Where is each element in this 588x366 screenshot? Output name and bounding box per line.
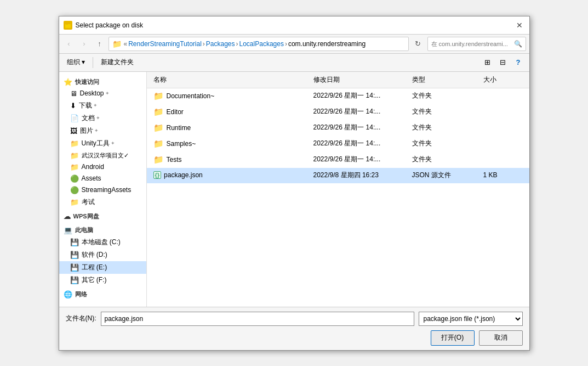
wuhan-icon: 📁: [70, 151, 79, 160]
file-name-docs: 📁 Documentation~: [151, 90, 311, 102]
sidebar-item-assets[interactable]: 🟢 Assets: [59, 173, 146, 184]
file-row-package-json[interactable]: {} package.json 2022/9/8 星期四 16:23 JSON …: [147, 168, 529, 183]
title-bar: Select package on disk ✕: [59, 16, 529, 35]
nav-bar: ‹ › ↑ 📁 « RenderStreamingTutorial › Pack…: [59, 35, 529, 54]
open-button[interactable]: 打开(O): [431, 330, 475, 346]
toolbar-separator: [93, 57, 93, 68]
sidebar-item-android[interactable]: 📁 Android: [59, 161, 146, 173]
file-name-runtime: 📁 Runtime: [151, 122, 311, 134]
col-modified[interactable]: 修改日期: [311, 74, 410, 86]
quick-access-icon: ⭐: [64, 78, 72, 86]
filename-label: 文件名(N):: [66, 314, 96, 323]
quick-access-label: 快速访问: [75, 78, 99, 86]
sidebar-item-unity-tools-label: Unity工具: [82, 139, 110, 148]
view-pane-button[interactable]: ⊟: [496, 56, 510, 69]
this-pc-header[interactable]: 💻 此电脑: [59, 224, 146, 236]
sidebar-item-e-drive[interactable]: 💾 工程 (E:): [59, 261, 146, 274]
sidebar-item-downloads-label: 下载: [79, 101, 92, 110]
breadcrumb-item-2[interactable]: LocalPackages: [239, 40, 284, 48]
sidebar-item-docs-label: 文档: [82, 114, 95, 123]
breadcrumb-item-1[interactable]: Packages: [206, 40, 235, 48]
breadcrumb-sep-1: ›: [203, 40, 205, 48]
sidebar-item-android-label: Android: [82, 163, 104, 171]
sidebar-item-wuhan-label: 武汉汉华项目文✓: [82, 151, 129, 160]
this-pc-group: 💻 此电脑 💾 本地磁盘 (C:) 💾 软件 (D:) 💾 工程 (E:) 💾: [59, 224, 146, 286]
sidebar-item-kaoshi[interactable]: 📁 考试: [59, 196, 146, 209]
file-row-tests[interactable]: 📁 Tests 2022/9/26 星期一 14:... 文件夹: [147, 152, 529, 168]
wps-header[interactable]: ☁ WPS网盘: [59, 211, 146, 222]
col-type[interactable]: 类型: [410, 74, 481, 86]
sidebar-item-wuhan[interactable]: 📁 武汉汉华项目文✓: [59, 150, 146, 161]
breadcrumb-bar: 📁 « RenderStreamingTutorial › Packages ›…: [109, 37, 409, 51]
sidebar-item-c-drive[interactable]: 💾 本地磁盘 (C:): [59, 236, 146, 249]
breadcrumb-sep-0: «: [124, 40, 128, 48]
sidebar-item-assets-label: Assets: [82, 174, 101, 182]
this-pc-icon: 💻: [64, 226, 72, 234]
sidebar-item-downloads[interactable]: ⬇ 下载 ✦: [59, 99, 146, 112]
svg-rect-1: [65, 24, 71, 28]
file-row-docs[interactable]: 📁 Documentation~ 2022/9/26 星期一 14:... 文件…: [147, 88, 529, 104]
folder-icon-runtime: 📁: [153, 123, 164, 133]
quick-access-group: ⭐ 快速访问 🖥 Desktop ✦ ⬇ 下载 ✦ 📄 文档 ✦: [59, 76, 146, 209]
breadcrumb-sep-3: ›: [285, 40, 287, 48]
file-name-editor: 📁 Editor: [151, 106, 311, 118]
network-header[interactable]: 🌐 网络: [59, 289, 146, 300]
json-file-icon: {}: [153, 171, 162, 179]
wps-label: WPS网盘: [73, 212, 99, 221]
sidebar-item-streaming[interactable]: 🟢 StreamingAssets: [59, 184, 146, 196]
filename-input[interactable]: [101, 312, 414, 326]
close-button[interactable]: ✕: [514, 20, 525, 31]
help-button[interactable]: ?: [512, 56, 525, 69]
cancel-button[interactable]: 取消: [479, 330, 523, 346]
forward-button[interactable]: ›: [78, 37, 91, 50]
search-input[interactable]: [431, 41, 514, 47]
sidebar-item-kaoshi-label: 考试: [82, 198, 95, 207]
toolbar-right: ⊞ ⊟ ?: [481, 56, 525, 69]
up-button[interactable]: ↑: [93, 37, 106, 50]
sidebar-item-f-label: 其它 (F:): [82, 275, 107, 285]
view-details-button[interactable]: ⊞: [481, 56, 494, 69]
network-icon: 🌐: [64, 290, 72, 299]
file-name-tests: 📁 Tests: [151, 154, 311, 166]
filetype-select[interactable]: package.json file (*.json) All files (*.…: [419, 312, 523, 326]
file-list-body: 📁 Documentation~ 2022/9/26 星期一 14:... 文件…: [147, 88, 529, 307]
desktop-icon: 🖥: [70, 89, 77, 98]
sidebar-item-pictures[interactable]: 🖼 图片 ✦: [59, 125, 146, 137]
file-row-samples[interactable]: 📁 Samples~ 2022/9/26 星期一 14:... 文件夹: [147, 136, 529, 152]
quick-access-header: ⭐ 快速访问: [59, 76, 146, 88]
assets-icon: 🟢: [70, 174, 79, 183]
new-folder-button[interactable]: 新建文件夹: [98, 56, 137, 69]
f-drive-icon: 💾: [70, 276, 79, 284]
svg-rect-2: [66, 23, 68, 25]
sidebar-item-d-drive[interactable]: 💾 软件 (D:): [59, 249, 146, 261]
breadcrumb-parts: « RenderStreamingTutorial › Packages › L…: [124, 40, 366, 48]
organize-button[interactable]: 组织 ▾: [64, 56, 88, 69]
file-row-editor[interactable]: 📁 Editor 2022/9/26 星期一 14:... 文件夹: [147, 104, 529, 120]
bottom-bar: 文件名(N): package.json file (*.json) All f…: [59, 307, 529, 350]
streaming-icon: 🟢: [70, 186, 79, 194]
toolbar: 组织 ▾ 新建文件夹 ⊞ ⊟ ?: [59, 54, 529, 72]
title-bar-title: Select package on disk: [76, 21, 514, 29]
kaoshi-icon: 📁: [70, 198, 79, 206]
sidebar-item-docs[interactable]: 📄 文档 ✦: [59, 112, 146, 125]
main-area: ⭐ 快速访问 🖥 Desktop ✦ ⬇ 下载 ✦ 📄 文档 ✦: [59, 72, 529, 307]
col-name[interactable]: 名称: [151, 74, 311, 86]
back-button[interactable]: ‹: [62, 37, 76, 50]
col-size[interactable]: 大小: [481, 74, 525, 86]
d-drive-icon: 💾: [70, 251, 79, 259]
sidebar-item-desktop-label: Desktop: [80, 89, 104, 97]
breadcrumb-item-0[interactable]: RenderStreamingTutorial: [128, 40, 202, 48]
file-list: 名称 修改日期 类型 大小 📁 Documentation~ 2022/9/26…: [147, 72, 529, 307]
network-label: 网络: [75, 290, 87, 299]
breadcrumb-sep-2: ›: [236, 40, 238, 48]
docs-icon: 📄: [70, 114, 79, 122]
network-group: 🌐 网络: [59, 289, 146, 300]
folder-icon-samples: 📁: [153, 139, 164, 149]
refresh-button[interactable]: ↻: [411, 37, 425, 51]
file-row-runtime[interactable]: 📁 Runtime 2022/9/26 星期一 14:... 文件夹: [147, 120, 529, 136]
sidebar-item-f-drive[interactable]: 💾 其它 (F:): [59, 274, 146, 286]
breadcrumb-item-3[interactable]: com.unity.renderstreaming: [288, 40, 366, 48]
sidebar-item-desktop[interactable]: 🖥 Desktop ✦: [59, 88, 146, 99]
folder-icon-tests: 📁: [153, 155, 164, 165]
sidebar-item-unity-tools[interactable]: 📁 Unity工具 ✦: [59, 137, 146, 150]
